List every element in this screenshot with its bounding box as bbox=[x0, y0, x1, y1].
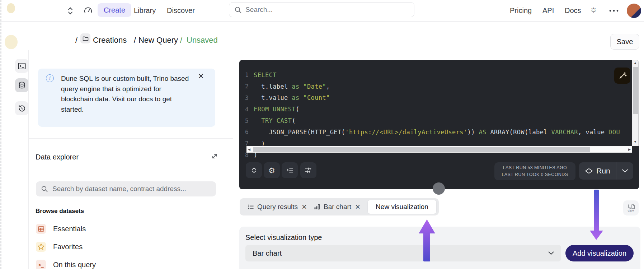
dataset-item-favorites[interactable]: Favorites bbox=[36, 238, 217, 256]
global-search[interactable] bbox=[229, 2, 414, 17]
indent-format-icon bbox=[286, 167, 293, 174]
sql-editor[interactable]: 1SELECT2 t.label as "Date",3 t.value as … bbox=[239, 60, 639, 189]
divider bbox=[28, 172, 233, 172]
close-tab-icon[interactable]: × bbox=[302, 203, 307, 211]
editor-horizontal-scrollbar[interactable]: ◀ ▶ bbox=[246, 146, 632, 153]
dataset-search[interactable] bbox=[36, 181, 216, 196]
line-number: 5 bbox=[239, 117, 249, 124]
horizontal-scroll-thumb[interactable] bbox=[253, 147, 590, 152]
breadcrumb-separator: / bbox=[180, 36, 182, 45]
scroll-down-icon[interactable]: ▼ bbox=[634, 140, 637, 144]
browse-datasets-label: Browse datasets bbox=[36, 208, 84, 215]
nav-pricing[interactable]: Pricing bbox=[510, 6, 532, 15]
dune-sql-info-banner: i Dune SQL is our custom built, Trino ba… bbox=[38, 69, 215, 127]
code-text: t.value as "Count" bbox=[254, 94, 330, 101]
export-csv-button[interactable]: CSV bbox=[623, 200, 639, 215]
star-icon bbox=[36, 242, 46, 252]
visualization-type-select[interactable]: Bar chart bbox=[245, 245, 561, 261]
nav-api[interactable]: API bbox=[542, 6, 554, 15]
nav-docs[interactable]: Docs bbox=[565, 6, 581, 15]
dashboard-gauge-icon[interactable] bbox=[83, 6, 93, 15]
csv-label: CSV bbox=[628, 209, 634, 212]
code-line[interactable]: 6 JSON_PARSE(HTTP_GET('https://<URL>/dai… bbox=[239, 126, 639, 138]
results-tabs: Query results×Bar chart×New visualizatio… bbox=[240, 198, 439, 215]
add-visualization-button[interactable]: Add visualization bbox=[565, 245, 634, 261]
code-text: JSON_PARSE(HTTP_GET('https://<URL>/daily… bbox=[254, 129, 620, 136]
breadcrumb-creations[interactable]: Creations bbox=[93, 36, 127, 45]
folder-icon bbox=[80, 33, 90, 43]
run-label: Run bbox=[596, 167, 610, 175]
team-avatar[interactable] bbox=[5, 35, 18, 49]
logo[interactable] bbox=[7, 3, 15, 13]
banner-message: Dune SQL is our custom built, Trino base… bbox=[61, 74, 191, 115]
history-clock-icon bbox=[18, 104, 26, 113]
expand-editor-button[interactable] bbox=[246, 162, 262, 178]
breadcrumb-query-name[interactable]: New Query bbox=[138, 36, 178, 45]
expand-vertical-icon bbox=[250, 167, 258, 174]
dataset-list: EssentialsFavorites>_On this query bbox=[36, 220, 217, 269]
editor-vertical-scrollbar[interactable]: ▲ ▼ bbox=[632, 60, 639, 146]
close-tab-icon[interactable]: × bbox=[355, 203, 360, 211]
rail-query-editor-button[interactable] bbox=[15, 59, 28, 73]
top-navbar: Create Library Discover Pricing API Docs… bbox=[0, 0, 644, 22]
tab-label: Query results bbox=[257, 203, 298, 211]
table-grid-icon bbox=[36, 224, 46, 234]
save-button[interactable]: Save bbox=[610, 34, 639, 50]
code-line[interactable]: 1SELECT bbox=[239, 69, 639, 81]
scroll-right-icon[interactable]: ▶ bbox=[628, 148, 631, 151]
run-options-button[interactable] bbox=[616, 162, 633, 180]
visualization-type-value: Bar chart bbox=[253, 249, 548, 258]
info-icon: i bbox=[46, 74, 54, 82]
line-number: 4 bbox=[239, 106, 249, 113]
run-button[interactable]: Run bbox=[579, 162, 633, 180]
nav-create[interactable]: Create bbox=[98, 3, 131, 17]
dataset-search-input[interactable] bbox=[52, 185, 211, 193]
scroll-left-icon[interactable]: ◀ bbox=[248, 148, 250, 151]
status-badge: Unsaved bbox=[187, 36, 218, 45]
workspace-switcher-icon[interactable] bbox=[67, 6, 74, 16]
line-number: 2 bbox=[239, 83, 249, 90]
new-visualization-panel: Select visualization type Bar chart Add … bbox=[239, 227, 640, 269]
code-text: t.label as "Date", bbox=[254, 83, 330, 90]
rail-data-explorer-button[interactable] bbox=[15, 78, 28, 92]
nav-discover[interactable]: Discover bbox=[167, 6, 195, 15]
code-line[interactable]: 5 TRY_CAST( bbox=[239, 115, 639, 126]
tab-new-visualization[interactable]: New visualization bbox=[367, 200, 437, 214]
more-menu-icon[interactable] bbox=[609, 10, 619, 12]
nav-library[interactable]: Library bbox=[134, 6, 156, 15]
code-line[interactable]: 4FROM UNNEST( bbox=[239, 103, 639, 115]
breadcrumb-separator: / bbox=[75, 36, 77, 45]
last-run-took: LAST RUN TOOK 0 SECONDS bbox=[502, 172, 568, 178]
dataset-item-essentials[interactable]: Essentials bbox=[36, 220, 217, 238]
editor-settings-button[interactable]: ⚙ bbox=[264, 162, 280, 178]
tab-bar-chart[interactable]: Bar chart× bbox=[310, 198, 364, 215]
code-line[interactable]: 2 t.label as "Date", bbox=[239, 81, 639, 92]
user-avatar[interactable] bbox=[627, 4, 641, 18]
scroll-up-icon[interactable]: ▲ bbox=[634, 61, 637, 65]
database-icon bbox=[18, 81, 26, 90]
divider bbox=[28, 138, 233, 139]
terminal-icon bbox=[18, 62, 26, 70]
gear-icon: ⚙ bbox=[268, 167, 275, 174]
tab-query-results[interactable]: Query results× bbox=[244, 198, 310, 215]
rail-history-button[interactable] bbox=[15, 101, 28, 115]
search-icon bbox=[234, 6, 242, 14]
breadcrumb-separator: / bbox=[134, 36, 136, 45]
theme-sun-icon[interactable]: ☼ bbox=[589, 5, 598, 14]
dataset-item-on-this-query[interactable]: >_On this query bbox=[36, 256, 217, 269]
rail-divider bbox=[28, 50, 29, 269]
vertical-scroll-thumb[interactable] bbox=[633, 67, 638, 114]
dataset-item-label: On this query bbox=[53, 261, 96, 269]
last-run-info: LAST RUN 53 MINUTES AGO LAST RUN TOOK 0 … bbox=[494, 162, 575, 180]
editor-resize-handle[interactable] bbox=[433, 182, 445, 195]
add-parameter-button[interactable] bbox=[300, 162, 316, 178]
global-search-input[interactable] bbox=[245, 6, 409, 14]
dataset-item-label: Essentials bbox=[53, 225, 86, 233]
close-banner-icon[interactable]: × bbox=[198, 71, 204, 81]
expand-panel-icon[interactable] bbox=[210, 152, 219, 161]
ai-wand-button[interactable] bbox=[614, 68, 630, 84]
chevron-down-icon bbox=[622, 169, 628, 173]
code-line[interactable]: 3 t.value as "Count" bbox=[239, 92, 639, 104]
format-query-button[interactable] bbox=[282, 162, 298, 178]
line-number: 1 bbox=[239, 71, 249, 78]
